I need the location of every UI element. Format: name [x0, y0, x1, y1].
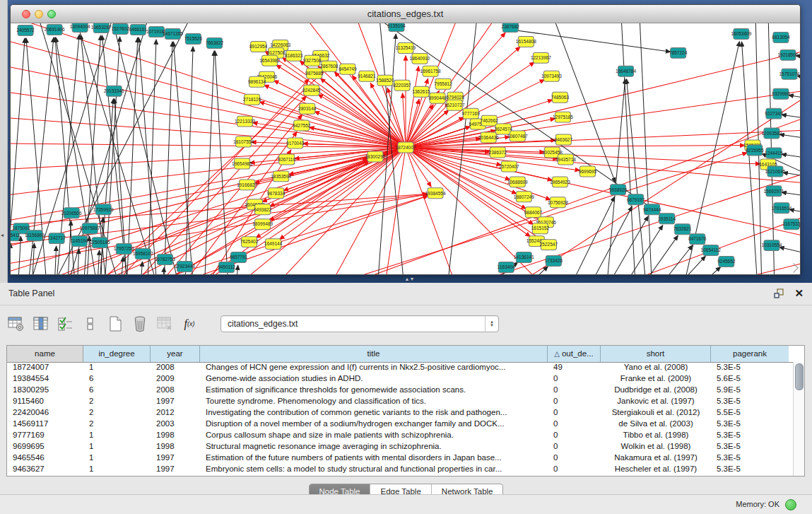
network-node[interactable]: 19384554 — [425, 188, 446, 199]
network-edge[interactable] — [318, 94, 406, 147]
table-cell[interactable]: 14569117 — [7, 419, 83, 430]
function-builder-button[interactable]: f(x) — [180, 315, 199, 333]
network-node[interactable]: 7632621 — [673, 224, 692, 235]
table-cell[interactable]: 6 — [83, 373, 151, 385]
network-node[interactable]: 12213333 — [235, 116, 255, 127]
network-node[interactable]: 2387682 — [502, 23, 520, 32]
network-node[interactable]: 16958107 — [133, 249, 153, 259]
network-node[interactable]: 17957253 — [114, 244, 134, 255]
network-node[interactable]: 7663822 — [206, 37, 224, 48]
network-node[interactable]: 1145194 — [71, 236, 88, 247]
table-cell[interactable]: Stergiakouli et al. (2012) — [601, 407, 711, 419]
network-edge[interactable] — [779, 247, 800, 256]
table-cell[interactable]: Estimation of significance thresholds fo… — [200, 385, 548, 396]
network-node[interactable]: 11325419 — [396, 42, 416, 53]
table-cell[interactable]: 1998 — [151, 430, 200, 441]
network-node[interactable]: 2803144 — [298, 103, 317, 114]
table-row[interactable]: 946362711997Embryonic stem cells: a mode… — [7, 464, 794, 475]
table-row[interactable]: 977716911998Corpus callosum shape and si… — [7, 430, 794, 441]
network-node[interactable]: 1615152 — [531, 223, 550, 234]
table-cell[interactable]: Wolkin et al. (1998) — [601, 441, 711, 452]
table-cell[interactable]: 0 — [548, 419, 601, 430]
network-canvas[interactable]: 1872400711325419186409101696175879558128… — [11, 23, 800, 274]
network-node[interactable]: 12213967 — [531, 52, 551, 63]
network-edge[interactable] — [215, 51, 230, 274]
table-options-button[interactable] — [7, 315, 25, 333]
table-cell[interactable]: Corpus callosum shape and size in male p… — [200, 430, 548, 441]
network-node[interactable]: 15720407 — [499, 161, 519, 172]
network-node[interactable]: 20364436 — [478, 132, 499, 143]
table-cell[interactable]: 1 — [83, 452, 151, 464]
table-scrollbar[interactable] — [793, 362, 804, 476]
network-node[interactable]: 9699695 — [579, 166, 597, 177]
network-node[interactable]: 9493822 — [254, 204, 272, 215]
table-cell[interactable]: 1997 — [151, 464, 200, 475]
network-node[interactable]: 2718126 — [243, 94, 261, 105]
network-node[interactable]: 9227349 — [765, 108, 783, 119]
network-node[interactable]: 16543982 — [259, 55, 280, 66]
network-node[interactable]: 9245652 — [717, 257, 736, 267]
network-edge[interactable] — [604, 226, 663, 274]
network-node[interactable]: 16210645 — [765, 166, 785, 177]
select-columns-button[interactable] — [32, 315, 50, 333]
column-header-title[interactable]: title — [200, 346, 548, 362]
table-cell[interactable]: 2 — [83, 396, 151, 407]
network-node[interactable]: 10653287 — [91, 23, 112, 33]
network-node[interactable]: 2935114 — [658, 214, 676, 224]
network-edge[interactable] — [53, 246, 57, 274]
table-cell[interactable]: 0 — [548, 430, 601, 441]
network-node[interactable]: 7955812 — [434, 78, 452, 89]
table-cell[interactable]: 1 — [83, 464, 151, 475]
network-edge[interactable] — [187, 148, 406, 274]
table-cell[interactable]: 5.3E-5 — [711, 419, 789, 430]
table-cell[interactable]: Investigating the contribution of common… — [200, 407, 548, 419]
network-node[interactable]: 1362615 — [412, 86, 430, 97]
network-node[interactable]: 20153346 — [104, 86, 124, 96]
network-node[interactable]: 12923448 — [175, 262, 195, 272]
network-node[interactable]: 6466161 — [129, 24, 148, 35]
table-cell[interactable]: 2008 — [151, 385, 200, 396]
network-node[interactable]: 18300295 — [365, 151, 385, 162]
network-node[interactable]: 7625402 — [240, 237, 259, 247]
network-node[interactable]: 9896134 — [248, 76, 266, 87]
column-header-in-degree[interactable]: in_degree — [83, 346, 151, 362]
network-node[interactable]: 20206506 — [61, 208, 82, 218]
column-header-short[interactable]: short — [601, 346, 711, 362]
table-cell[interactable]: Structural magnetic resonance image aver… — [200, 441, 548, 452]
network-edge[interactable] — [365, 164, 800, 274]
table-cell[interactable]: 18724007 — [7, 362, 83, 373]
network-node[interactable]: 8135104 — [387, 23, 406, 31]
deselect-all-button[interactable] — [81, 315, 100, 333]
network-node[interactable]: 8215955 — [746, 145, 764, 156]
network-node[interactable]: 5938928 — [609, 185, 628, 195]
table-cell[interactable]: Nakamura et al. (1997) — [601, 452, 711, 464]
column-header-out-degree[interactable]: △out_de... — [548, 346, 601, 362]
delete-table-button[interactable] — [155, 315, 174, 333]
network-node[interactable]: 17016514 — [771, 203, 792, 214]
table-cell[interactable]: 9777169 — [7, 430, 83, 441]
network-node[interactable]: 16154808 — [516, 36, 536, 47]
table-row[interactable]: 1938455462009Genome-wide association stu… — [7, 373, 794, 385]
table-cell[interactable]: Estimation of the future numbers of pati… — [200, 452, 548, 464]
network-node[interactable]: 9884067 — [524, 207, 543, 218]
network-node[interactable]: 20691406 — [45, 24, 65, 35]
table-cell[interactable]: 18300295 — [7, 385, 83, 396]
network-node[interactable]: 16782753 — [155, 255, 175, 265]
network-node[interactable]: 7485063 — [551, 92, 570, 103]
network-node[interactable]: 1163404 — [498, 262, 515, 273]
table-cell[interactable]: 2009 — [151, 373, 200, 385]
network-edge[interactable] — [406, 146, 745, 148]
table-cell[interactable]: 0 — [548, 452, 601, 464]
network-node[interactable]: 19654985 — [232, 158, 252, 169]
network-edge[interactable] — [138, 262, 142, 274]
network-node[interactable]: 14671355 — [163, 28, 183, 39]
network-window[interactable]: citations_edges.txt 18724007113254191864… — [10, 4, 801, 275]
network-node[interactable]: 9146821 — [358, 71, 376, 81]
table-cell[interactable]: 5.3E-5 — [711, 396, 789, 407]
network-node[interactable]: 12975185 — [553, 112, 573, 122]
table-cell[interactable]: 1 — [83, 430, 151, 441]
network-node[interactable]: 9267110 — [278, 154, 295, 165]
network-node[interactable]: 10975887 — [80, 223, 100, 234]
table-cell[interactable]: 2008 — [151, 362, 200, 373]
network-view[interactable]: 1872400711325419186409101696175879558128… — [11, 23, 800, 274]
